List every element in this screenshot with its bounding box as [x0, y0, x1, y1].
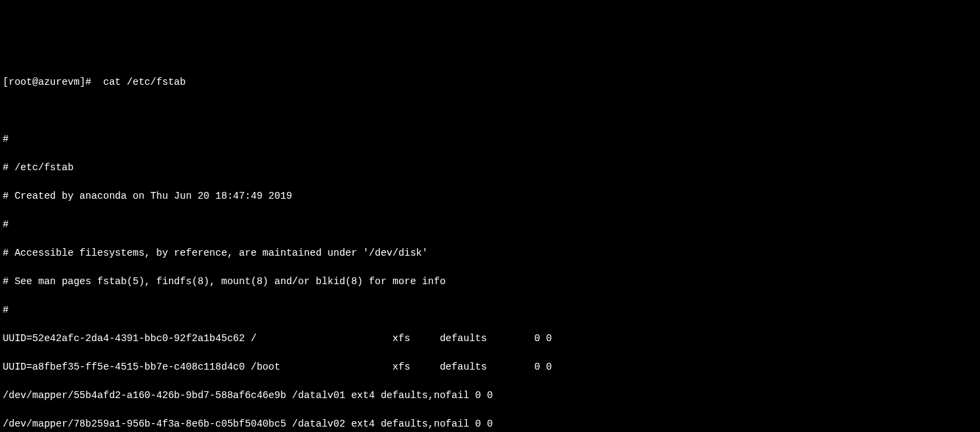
fstab-header-0: #	[3, 132, 977, 146]
fstab-entry-1: UUID=a8fbef35-ff5e-4515-bb7e-c408c118d4c…	[3, 360, 977, 374]
terminal-output: [root@azurevm]# cat /etc/fstab # # /etc/…	[3, 61, 977, 432]
fstab-header-6: #	[3, 303, 977, 317]
fstab-header-1: # /etc/fstab	[3, 161, 977, 175]
prompt-suffix: #	[86, 77, 92, 87]
prompt-line: [root@azurevm]# cat /etc/fstab	[3, 75, 977, 90]
fstab-header-4: # Accessible filesystems, by reference, …	[3, 246, 977, 260]
fstab-header-2: # Created by anaconda on Thu Jun 20 18:4…	[3, 189, 977, 203]
blank-line	[3, 104, 977, 118]
fstab-header-5: # See man pages fstab(5), findfs(8), mou…	[3, 275, 977, 289]
fstab-header-3: #	[3, 218, 977, 232]
prompt-user: root	[9, 77, 33, 87]
prompt-host: azurevm	[38, 77, 79, 87]
fstab-entry-0: UUID=52e42afc-2da4-4391-bbc0-92f2a1b45c6…	[3, 332, 977, 346]
fstab-entry-3: /dev/mapper/78b259a1-956b-4f3a-8e6b-c05b…	[3, 417, 977, 431]
fstab-entry-2: /dev/mapper/55b4afd2-a160-426b-9bd7-588a…	[3, 389, 977, 403]
command-cat-fstab: cat /etc/fstab	[103, 77, 186, 87]
